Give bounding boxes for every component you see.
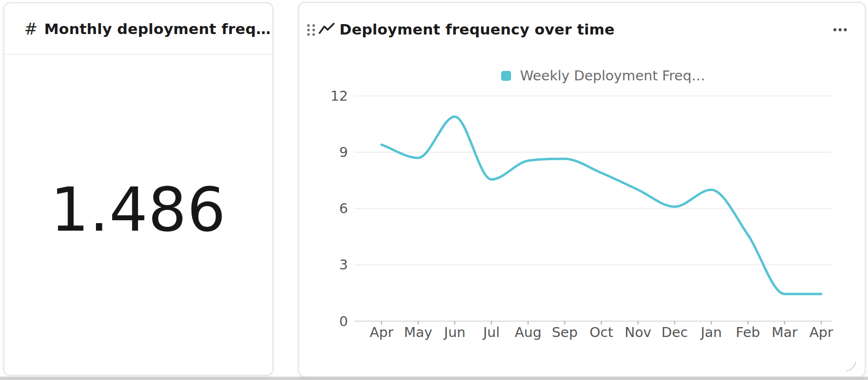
svg-text:Jun: Jun (443, 324, 465, 340)
legend[interactable]: Weekly Deployment Freq… (501, 68, 705, 84)
svg-text:Aug: Aug (515, 324, 542, 340)
metric-card-body: 1.486 (4, 55, 272, 376)
y-axis-labels: 036912 (330, 88, 348, 329)
legend-swatch (501, 71, 511, 81)
x-axis-labels: AprMayJunJulAugSepOctNovDecJanFebMarApr (370, 324, 833, 340)
svg-text:May: May (404, 324, 433, 340)
svg-text:Apr: Apr (809, 324, 833, 340)
legend-label: Weekly Deployment Freq… (520, 68, 705, 84)
svg-text:Feb: Feb (736, 324, 760, 340)
svg-text:6: 6 (339, 200, 348, 216)
metric-value: 1.486 (51, 174, 226, 245)
svg-text:0: 0 (339, 313, 348, 329)
series-line (382, 117, 821, 294)
svg-text:Dec: Dec (661, 324, 688, 340)
chart-card: Deployment frequency over time 036912Apr… (298, 2, 866, 377)
dashboard: # Monthly deployment frequen… 1.486 Depl… (0, 0, 868, 380)
metric-card-title: Monthly deployment frequen… (44, 20, 273, 37)
svg-text:Jan: Jan (700, 324, 722, 340)
svg-text:Jul: Jul (482, 324, 500, 340)
number-sign-icon: # (24, 21, 38, 37)
svg-text:Nov: Nov (625, 324, 651, 340)
svg-text:3: 3 (339, 257, 348, 273)
svg-text:Sep: Sep (552, 324, 578, 340)
metric-card: # Monthly deployment frequen… 1.486 (3, 2, 273, 376)
svg-text:Apr: Apr (370, 324, 393, 340)
resize-grip-icon[interactable] (846, 361, 857, 372)
svg-text:9: 9 (339, 144, 348, 160)
svg-text:Oct: Oct (590, 324, 613, 340)
svg-text:12: 12 (330, 88, 348, 104)
next-row-edge (0, 377, 868, 380)
deployment-frequency-chart: 036912AprMayJunJulAugSepOctNovDecJanFebM… (299, 3, 865, 376)
svg-text:Mar: Mar (772, 324, 798, 340)
metric-card-header: # Monthly deployment frequen… (4, 3, 272, 55)
gridlines (354, 96, 832, 321)
